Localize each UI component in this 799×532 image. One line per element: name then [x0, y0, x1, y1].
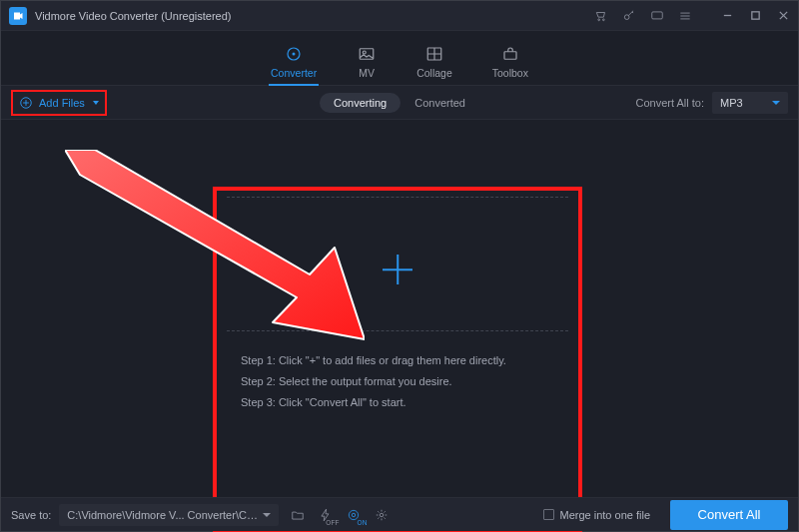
subtab-converted[interactable]: Converted — [400, 93, 479, 113]
svg-point-12 — [353, 513, 357, 517]
format-value: MP3 — [720, 97, 743, 109]
tab-converter[interactable]: Converter — [271, 45, 317, 85]
bottom-bar: Save to: C:\Vidmore\Vidmore V... Convert… — [1, 497, 798, 531]
svg-rect-8 — [504, 52, 516, 60]
chevron-down-icon — [772, 101, 780, 105]
feedback-icon[interactable] — [650, 9, 664, 23]
tab-mv[interactable]: MV — [357, 45, 377, 85]
key-icon[interactable] — [622, 9, 636, 23]
svg-point-4 — [293, 53, 296, 56]
menu-icon[interactable] — [678, 9, 692, 23]
tab-label: MV — [359, 67, 375, 79]
save-path-value: C:\Vidmore\Vidmore V... Converter\Conver… — [67, 509, 263, 521]
tab-toolbox[interactable]: Toolbox — [492, 45, 528, 85]
app-title: Vidmore Video Converter (Unregistered) — [35, 10, 231, 22]
instruction-steps: Step 1: Click "+" to add files or drag t… — [241, 350, 562, 413]
convert-all-button[interactable]: Convert All — [670, 500, 788, 530]
maximize-button[interactable] — [748, 9, 762, 23]
subtab-converting[interactable]: Converting — [320, 93, 400, 113]
merge-label: Merge into one file — [560, 509, 651, 521]
cart-icon[interactable] — [594, 9, 608, 23]
drop-zone[interactable]: Step 1: Click "+" to add files or drag t… — [223, 197, 572, 522]
svg-point-0 — [624, 14, 629, 19]
tab-collage[interactable]: Collage — [416, 45, 452, 85]
convert-all-to-label: Convert All to: — [636, 97, 704, 109]
main-tabs: Converter MV Collage Toolbox — [1, 31, 798, 86]
svg-point-6 — [363, 51, 366, 54]
save-path-select[interactable]: C:\Vidmore\Vidmore V... Converter\Conver… — [59, 504, 279, 526]
highlight-dropzone: Step 1: Click "+" to add files or drag t… — [213, 187, 582, 532]
toggle-off-label: OFF — [326, 519, 339, 526]
add-files-button[interactable]: Add Files — [11, 90, 107, 116]
toggle-on-label: ON — [358, 519, 368, 526]
high-speed-toggle[interactable]: ON — [343, 505, 365, 525]
tab-label: Collage — [416, 67, 452, 79]
open-folder-button[interactable] — [287, 505, 309, 525]
app-logo — [9, 7, 27, 25]
save-to-label: Save to: — [11, 509, 51, 521]
chevron-down-icon — [263, 513, 271, 517]
close-button[interactable] — [776, 9, 790, 23]
step-1-text: Step 1: Click "+" to add files or drag t… — [241, 350, 562, 371]
sub-bar: Add Files Converting Converted Convert A… — [1, 86, 798, 120]
chevron-down-icon — [93, 101, 99, 105]
app-window: Vidmore Video Converter (Unregistered) — [0, 0, 799, 532]
minimize-button[interactable] — [720, 9, 734, 23]
convert-all-label: Convert All — [698, 507, 761, 522]
step-3-text: Step 3: Click "Convert All" to start. — [241, 392, 562, 413]
title-bar: Vidmore Video Converter (Unregistered) — [1, 1, 798, 31]
svg-point-13 — [381, 513, 385, 517]
add-plus-icon[interactable] — [383, 255, 412, 284]
content-area: Step 1: Click "+" to add files or drag t… — [1, 120, 798, 499]
settings-button[interactable] — [371, 505, 393, 525]
hardware-accel-toggle[interactable]: OFF — [315, 505, 337, 525]
output-format-select[interactable]: MP3 — [712, 92, 788, 114]
tab-label: Toolbox — [492, 67, 528, 79]
add-files-label: Add Files — [39, 97, 85, 109]
tab-label: Converter — [271, 67, 317, 79]
merge-checkbox[interactable] — [543, 509, 554, 520]
step-2-text: Step 2: Select the output format you des… — [241, 371, 562, 392]
svg-rect-2 — [751, 12, 758, 19]
divider — [227, 330, 568, 331]
